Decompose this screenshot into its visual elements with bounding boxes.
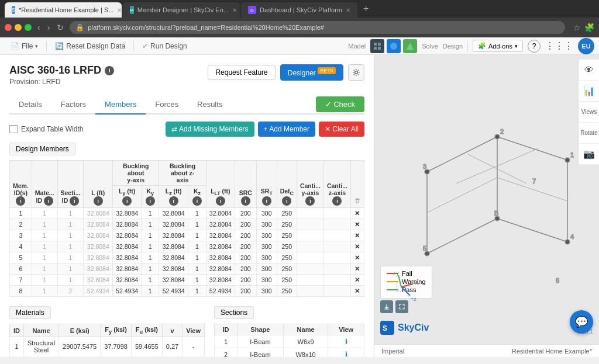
clear-all-button[interactable]: ✕ Clear All bbox=[319, 122, 364, 137]
bookmark-icon[interactable]: ☆ bbox=[573, 23, 581, 32]
tab-results[interactable]: Results bbox=[188, 95, 232, 115]
views-label[interactable]: Views bbox=[579, 102, 599, 123]
reload-button[interactable]: ↻ bbox=[54, 22, 66, 33]
chart-icon[interactable]: 📊 bbox=[579, 81, 599, 102]
tab-close-2[interactable]: ✕ bbox=[232, 7, 237, 13]
close-dot[interactable] bbox=[5, 24, 12, 31]
table-row: 6 1 1 32.8084 32.8084 1 32.8084 1 32.808… bbox=[10, 264, 364, 275]
toolbar-file[interactable]: 📄 File ▾ bbox=[5, 40, 44, 53]
row-delete[interactable]: ✕ bbox=[350, 252, 364, 264]
browser-tab-1[interactable]: S *Residential Home Example | S... ✕ bbox=[5, 2, 122, 18]
col-canti-z: Canti...z-axisi bbox=[323, 161, 350, 208]
grid-button[interactable]: ⋮⋮⋮ bbox=[545, 40, 573, 51]
new-tab-button[interactable]: + bbox=[359, 1, 373, 16]
col-canti-y: Canti...y-axisi bbox=[297, 161, 323, 208]
solve-icon[interactable] bbox=[387, 39, 401, 53]
tab-close-1[interactable]: ✕ bbox=[117, 7, 122, 13]
sect-view-2[interactable]: ℹ bbox=[328, 348, 364, 357]
row-ly: 32.8084 bbox=[113, 252, 142, 264]
forward-button[interactable]: › bbox=[45, 22, 53, 33]
title-info-icon[interactable]: i bbox=[105, 66, 114, 75]
chat-button[interactable]: 💬 bbox=[570, 310, 593, 334]
tab-members[interactable]: Members bbox=[95, 95, 146, 115]
row-canti-z bbox=[323, 230, 350, 241]
row-srt: 300 bbox=[256, 230, 277, 241]
kz-info-icon[interactable]: i bbox=[192, 196, 202, 206]
maximize-dot[interactable] bbox=[25, 24, 32, 31]
row-delete[interactable]: ✕ bbox=[350, 264, 364, 275]
row-delete[interactable]: ✕ bbox=[350, 230, 364, 241]
length-info-icon[interactable]: i bbox=[94, 196, 103, 206]
lz-info-icon[interactable]: i bbox=[169, 196, 178, 206]
mat-col-fu: Fu (ksi) bbox=[131, 324, 162, 337]
src-info-icon[interactable]: i bbox=[241, 196, 250, 206]
back-button[interactable]: ‹ bbox=[35, 22, 43, 33]
add-member-button[interactable]: + Add Member bbox=[258, 122, 315, 137]
canti-z-info-icon[interactable]: i bbox=[332, 196, 342, 206]
svg-text:3: 3 bbox=[423, 163, 426, 170]
row-ky: 1 bbox=[142, 286, 159, 297]
table-row: 1 Structural Steel 29007.5475 37.7098 59… bbox=[10, 337, 205, 356]
help-button[interactable]: ? bbox=[528, 40, 541, 53]
row-canti-y bbox=[297, 219, 323, 230]
camera-icon[interactable]: 📷 bbox=[579, 144, 599, 165]
row-delete[interactable]: ✕ bbox=[350, 219, 364, 230]
tab-favicon-2: M bbox=[130, 6, 134, 14]
request-feature-button[interactable]: Request Feature bbox=[208, 65, 275, 80]
row-sect-id: 1 bbox=[57, 208, 84, 219]
ky-info-icon[interactable]: i bbox=[146, 196, 155, 206]
row-kz: 1 bbox=[188, 219, 206, 230]
svg-line-12 bbox=[427, 219, 497, 254]
tab-details[interactable]: Details bbox=[9, 95, 51, 115]
extensions-icon[interactable]: 🧩 bbox=[584, 23, 594, 32]
row-defc: 250 bbox=[277, 219, 297, 230]
llt-info-icon[interactable]: i bbox=[216, 196, 225, 206]
row-delete[interactable]: ✕ bbox=[350, 241, 364, 252]
sect-col-name: Name bbox=[283, 324, 328, 335]
col-buck-y: Buckling abouty-axis bbox=[113, 161, 159, 186]
status-left[interactable]: Imperial bbox=[381, 348, 404, 355]
minimize-dot[interactable] bbox=[15, 24, 22, 31]
toolbar-reset[interactable]: 🔄 Reset Design Data bbox=[49, 40, 131, 53]
expand-checkbox[interactable] bbox=[9, 125, 18, 133]
model-icon[interactable] bbox=[370, 39, 384, 53]
svg-text:1: 1 bbox=[570, 151, 574, 158]
tab-close-3[interactable]: ✕ bbox=[346, 7, 350, 13]
row-lz: 32.8084 bbox=[159, 219, 188, 230]
row-mem-id: 5 bbox=[10, 252, 32, 264]
row-delete[interactable]: ✕ bbox=[350, 286, 364, 297]
canti-y-info-icon[interactable]: i bbox=[305, 196, 315, 206]
address-bar[interactable]: 🔒 platform.skyciv.com/structural?preload… bbox=[70, 21, 565, 34]
table-row: 4 1 1 32.8084 32.8084 1 32.8084 1 32.808… bbox=[10, 241, 364, 252]
rotate-label[interactable]: Rotate bbox=[579, 123, 599, 144]
tab-forces[interactable]: Forces bbox=[146, 95, 188, 115]
mat-id-info-icon[interactable]: i bbox=[44, 196, 53, 206]
mat-col-name: Name bbox=[24, 324, 59, 337]
browser-tab-2[interactable]: M Member Designer | SkyCiv En... ✕ bbox=[123, 2, 240, 18]
addons-button[interactable]: 🧩 Add-ons ▾ bbox=[473, 40, 523, 52]
row-defc: 250 bbox=[277, 252, 297, 264]
ly-info-icon[interactable]: i bbox=[122, 196, 132, 206]
design-icon[interactable] bbox=[403, 39, 417, 53]
expand-table-label[interactable]: Expand Table Width bbox=[9, 125, 84, 133]
toolbar-run[interactable]: ✓ Run Design bbox=[136, 40, 193, 53]
user-avatar[interactable]: EU bbox=[578, 38, 594, 54]
row-delete[interactable]: ✕ bbox=[350, 208, 364, 219]
designer-button[interactable]: Designer BETA bbox=[280, 64, 343, 81]
sect-id-info-icon[interactable]: i bbox=[70, 196, 79, 206]
col-buck-z: Buckling about z-axis bbox=[159, 161, 206, 186]
url-text: platform.skyciv.com/structural?preload_n… bbox=[88, 24, 324, 31]
delete-all-icon[interactable] bbox=[354, 197, 361, 204]
browser-tab-3[interactable]: D Dashboard | SkyCiv Platform ✕ bbox=[241, 2, 357, 18]
defc-info-icon[interactable]: i bbox=[282, 196, 291, 206]
tab-factors[interactable]: Factors bbox=[51, 95, 95, 115]
settings-button[interactable] bbox=[348, 64, 364, 81]
row-length: 32.8084 bbox=[84, 275, 113, 286]
add-missing-members-button[interactable]: ⇄ Add Missing Members bbox=[166, 122, 254, 137]
sect-view-1[interactable]: ℹ bbox=[328, 335, 364, 348]
srt-info-icon[interactable]: i bbox=[262, 196, 271, 206]
mem-id-info-icon[interactable]: i bbox=[16, 196, 25, 206]
row-delete[interactable]: ✕ bbox=[350, 275, 364, 286]
view-toggle-icon[interactable]: 👁 bbox=[579, 60, 599, 81]
check-button[interactable]: ✓ Check bbox=[316, 96, 364, 112]
